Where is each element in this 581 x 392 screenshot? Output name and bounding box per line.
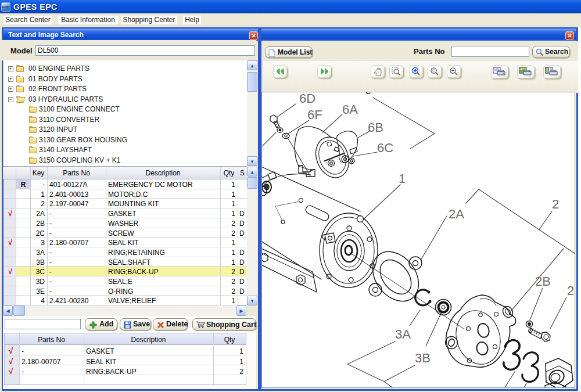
svg-text:6C: 6C xyxy=(377,141,393,155)
svg-text:3A: 3A xyxy=(395,327,411,341)
svg-text:2B: 2B xyxy=(535,274,551,289)
svg-text:1: 1 xyxy=(399,171,406,186)
svg-text:2: 2 xyxy=(552,197,559,211)
svg-text:6F: 6F xyxy=(307,107,322,122)
svg-text:6B: 6B xyxy=(368,120,383,135)
svg-text:2C: 2C xyxy=(567,283,575,298)
svg-text:6D: 6D xyxy=(299,92,315,106)
svg-text:3B: 3B xyxy=(415,351,431,365)
svg-text:6A: 6A xyxy=(342,102,358,117)
svg-text:2A: 2A xyxy=(449,207,464,221)
